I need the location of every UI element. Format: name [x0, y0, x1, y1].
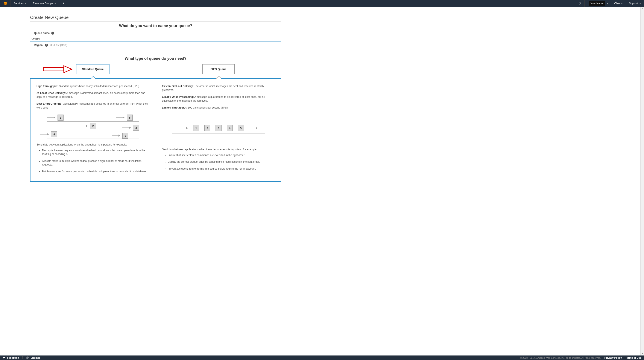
pin-icon [62, 2, 65, 5]
scroll-up-icon[interactable]: ▲ [640, 7, 644, 10]
standard-diagram: 1 5 2 3 4 3 [36, 113, 150, 138]
arrow-icon [47, 117, 56, 118]
std-pt3-b: Best-Effort Ordering: [36, 102, 62, 105]
arrow-icon [116, 117, 124, 118]
list-item: Allocate tasks to multiple worker nodes:… [42, 159, 150, 167]
chevron-down-icon [54, 3, 56, 4]
list-item: Display the correct product price by sen… [168, 160, 275, 164]
message-box: 5 [238, 125, 244, 131]
aws-logo[interactable] [0, 0, 11, 7]
std-pt1-t: Standard queues have nearly-unlimited tr… [58, 85, 140, 88]
region-label: Ohio [614, 2, 620, 5]
list-item: Batch messages for future processing: sc… [42, 170, 150, 173]
fifo-diagram: 1 2 3 4 5 [162, 113, 275, 143]
fifo-panel: First-In-First-out Delivery: The order i… [156, 79, 281, 181]
account-label: Your Name [589, 1, 605, 6]
info-icon[interactable]: i [51, 32, 54, 35]
message-box: 3 [122, 133, 128, 139]
std-pt1-b: High Throughput: [36, 85, 58, 88]
pointer-icon [216, 76, 221, 79]
annotation-arrow [43, 65, 73, 74]
fifo-bullets: Ensure that user-entered commands are ex… [162, 153, 275, 171]
fifo-pt1-b: First-In-First-out Delivery: [162, 85, 194, 88]
bell-icon [578, 2, 581, 5]
arrow-icon [249, 127, 258, 129]
standard-queue-button[interactable]: Standard Queue [76, 64, 109, 74]
message-box: 4 [51, 131, 57, 137]
chevron-down-icon [25, 3, 26, 4]
account-menu[interactable]: Your Name [584, 0, 611, 7]
arrow-icon [180, 127, 188, 129]
list-item: Ensure that user-entered commands are ex… [168, 153, 275, 157]
fifo-pt3-b: Limited Throughput: [162, 106, 187, 109]
standard-panel: High Throughput: Standard queues have ne… [30, 79, 156, 181]
fifo-pt3-t: 300 transactions per second (TPS). [187, 106, 228, 109]
arrow-icon [40, 133, 49, 135]
arrow-icon [79, 125, 88, 127]
message-box: 2 [90, 123, 96, 129]
resource-groups-menu[interactable]: Resource Groups [30, 0, 59, 7]
message-box: 1 [58, 115, 64, 121]
chevron-down-icon [621, 3, 623, 4]
message-box: 4 [227, 125, 233, 131]
queue-name-label: Queue Name [34, 32, 50, 35]
list-item: Decouple live user requests from intensi… [42, 149, 150, 156]
main-content: Create New Queue What do you want to nam… [0, 7, 311, 195]
list-item: Prevent a student from enrolling in a co… [168, 167, 275, 171]
fifo-queue-button[interactable]: FIFO Queue [202, 64, 235, 74]
std-pt2-b: At-Least-Once Delivery: [36, 92, 66, 95]
std-usage: Send data between applications when the … [36, 143, 150, 146]
chevron-down-icon [639, 3, 641, 4]
queue-type-panels: High Throughput: Standard queues have ne… [30, 78, 281, 182]
message-box: 2 [204, 125, 210, 131]
scrollbar[interactable]: ▲ ▼ [640, 7, 644, 195]
support-label: Support [629, 2, 638, 5]
svg-rect-3 [43, 68, 64, 71]
resource-groups-label: Resource Groups [33, 2, 53, 5]
queue-name-input[interactable] [30, 36, 281, 42]
page-title: Create New Queue [30, 15, 281, 22]
pin-button[interactable] [59, 0, 68, 7]
chevron-down-icon [606, 3, 608, 4]
name-question: What do you want to name your queue? [30, 24, 281, 28]
arrow-icon [122, 127, 131, 128]
fifo-usage: Send data between applications when the … [162, 148, 275, 151]
region-value: US East (Ohio) [50, 44, 68, 47]
support-menu[interactable]: Support [626, 0, 644, 7]
region-label: Region [34, 44, 43, 47]
message-box: 1 [193, 125, 199, 131]
fifo-pt2-b: Exactly-Once Processing: [162, 95, 194, 98]
svg-marker-4 [64, 66, 72, 73]
notifications-button[interactable] [575, 0, 584, 7]
message-box: 3 [216, 125, 222, 131]
arrow-icon [112, 135, 120, 136]
region-menu[interactable]: Ohio [611, 0, 626, 7]
message-box: 5 [127, 115, 133, 121]
std-bullets: Decouple live user requests from intensi… [36, 149, 150, 173]
type-question: What type of queue do you need? [30, 56, 281, 61]
services-label: Services [14, 2, 24, 5]
cube-icon [4, 2, 7, 5]
top-nav: Services Resource Groups Your Name Ohio … [0, 0, 644, 7]
pointer-icon [90, 76, 95, 79]
info-icon[interactable]: i [45, 44, 48, 47]
services-menu[interactable]: Services [11, 0, 30, 7]
